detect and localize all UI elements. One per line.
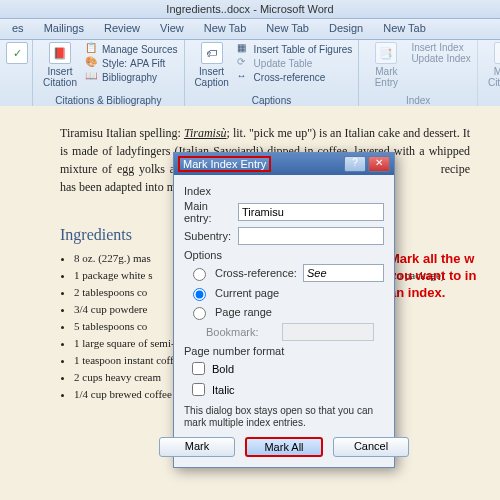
update-index-button[interactable]: Update Index (411, 53, 471, 64)
dialog-title: Mark Index Entry (178, 156, 271, 172)
mark-citation-button[interactable]: ⚖ Mark Citation (484, 42, 500, 88)
caption-icon: 🏷 (201, 42, 223, 64)
group-citations: 📕 Insert Citation 📋Manage Sources 🎨Style… (33, 40, 185, 108)
subentry-input[interactable] (238, 227, 384, 245)
cross-reference-input[interactable] (303, 264, 384, 282)
current-page-label: Current page (215, 287, 279, 299)
dialog-hint: This dialog box stays open so that you c… (184, 405, 384, 429)
section-index: Index (184, 185, 384, 197)
window-title: Ingredients..docx - Microsoft Word (0, 0, 500, 19)
tab-references-partial[interactable]: es (2, 19, 34, 39)
italic-checkbox[interactable] (192, 383, 205, 396)
group-label-captions: Captions (191, 95, 353, 106)
mark-button[interactable]: Mark (159, 437, 235, 457)
book-icon: 📕 (49, 42, 71, 64)
tab-mailings[interactable]: Mailings (34, 19, 94, 39)
cross-reference-label: Cross-reference: (215, 267, 297, 279)
tab-new3[interactable]: New Tab (373, 19, 436, 39)
bold-label: Bold (212, 363, 234, 375)
insert-index-button[interactable]: Insert Index (411, 42, 471, 53)
group-label-toa: Table of A (484, 95, 500, 106)
group-captions: 🏷 Insert Caption ▦Insert Table of Figure… (185, 40, 360, 108)
refresh-icon: ⟳ (237, 56, 251, 70)
manage-sources-button[interactable]: 📋Manage Sources (85, 42, 178, 56)
bookmark-label: Bookmark: (206, 326, 266, 338)
subentry-label: Subentry: (184, 230, 232, 242)
insert-citation-button[interactable]: 📕 Insert Citation (39, 42, 81, 88)
mark-all-button[interactable]: Mark All (245, 437, 323, 457)
tab-design[interactable]: Design (319, 19, 373, 39)
section-page-number-format: Page number format (184, 345, 384, 357)
tab-view[interactable]: View (150, 19, 194, 39)
close-button[interactable]: ✕ (368, 156, 390, 172)
main-entry-label: Main entry: (184, 200, 232, 224)
dialog-titlebar[interactable]: Mark Index Entry ? ✕ (174, 153, 394, 175)
group-label-citations: Citations & Bibliography (39, 95, 178, 106)
group-label-index: Index (365, 95, 471, 106)
section-options: Options (184, 249, 384, 261)
table-icon: ▦ (237, 42, 251, 56)
ribbon: ✓ 📕 Insert Citation 📋Manage Sources 🎨Sty… (0, 40, 500, 109)
mark-index-entry-dialog: Mark Index Entry ? ✕ Index Main entry: S… (173, 152, 395, 468)
page-range-radio[interactable] (193, 307, 206, 320)
current-page-radio[interactable] (193, 288, 206, 301)
annotation-callout: Mark all the wyou want to inan index. (389, 250, 494, 301)
cross-reference-button[interactable]: ↔Cross-reference (237, 70, 353, 84)
group-index: 📑 Mark Entry Insert Index Update Index I… (359, 40, 478, 108)
citation-style-combo[interactable]: 🎨Style: APA Fift (85, 56, 178, 70)
group-partial-left: ✓ (0, 40, 33, 108)
book-icon: 📖 (85, 70, 99, 84)
help-button[interactable]: ? (344, 156, 366, 172)
update-table-button[interactable]: ⟳Update Table (237, 56, 353, 70)
list-icon: 📋 (85, 42, 99, 56)
bold-checkbox[interactable] (192, 362, 205, 375)
italic-label: Italic (212, 384, 235, 396)
tab-new2[interactable]: New Tab (256, 19, 319, 39)
checkmark-icon[interactable]: ✓ (6, 42, 28, 64)
index-icon: 📑 (375, 42, 397, 64)
style-icon: 🎨 (85, 56, 99, 70)
bookmark-select (282, 323, 374, 341)
cross-reference-radio[interactable] (193, 268, 206, 281)
mark-entry-button[interactable]: 📑 Mark Entry (365, 42, 407, 88)
insert-caption-button[interactable]: 🏷 Insert Caption (191, 42, 233, 88)
group-toa: ⚖ Mark Citation Update Table of A (478, 40, 500, 108)
tab-new1[interactable]: New Tab (194, 19, 257, 39)
cancel-button[interactable]: Cancel (333, 437, 409, 457)
tab-review[interactable]: Review (94, 19, 150, 39)
gavel-icon: ⚖ (494, 42, 500, 64)
link-icon: ↔ (237, 70, 251, 84)
page-range-label: Page range (215, 306, 272, 318)
main-entry-input[interactable] (238, 203, 384, 221)
ribbon-tabs: es Mailings Review View New Tab New Tab … (0, 19, 500, 40)
insert-tof-button[interactable]: ▦Insert Table of Figures (237, 42, 353, 56)
bibliography-button[interactable]: 📖Bibliography (85, 70, 178, 84)
